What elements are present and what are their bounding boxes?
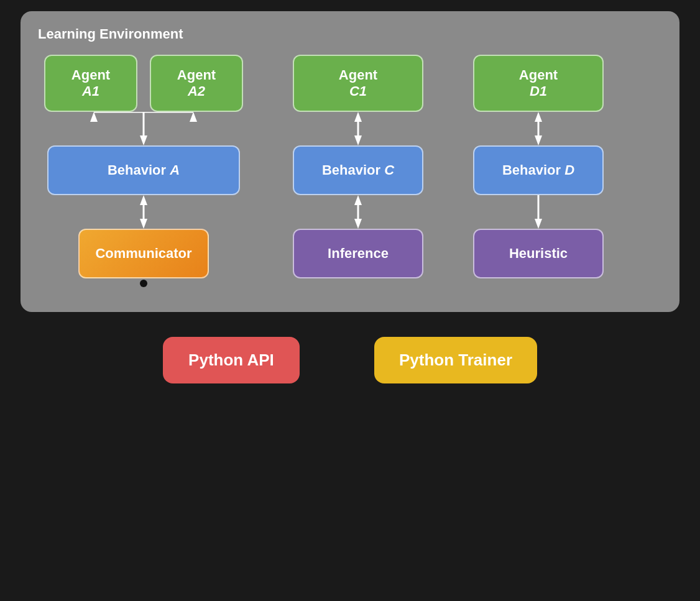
main-container: Learning Environment AgentA1 AgentA2 (21, 11, 679, 383)
svg-marker-7 (140, 219, 147, 229)
python-api-box: Python API (163, 337, 300, 383)
agent-a2: AgentA2 (150, 55, 243, 112)
agent-d1: AgentD1 (473, 55, 604, 112)
svg-marker-8 (354, 112, 362, 122)
connector-t-svg (47, 112, 240, 145)
behavior-a: Behavior A (47, 145, 240, 195)
double-arrow-c-inf (349, 195, 367, 229)
svg-marker-14 (535, 112, 542, 122)
double-arrow-d1 (529, 112, 548, 145)
svg-marker-5 (140, 195, 147, 205)
agents-row-a: AgentA1 AgentA2 (44, 55, 243, 112)
dot-connector (140, 280, 147, 287)
arrow-behavior-a-communicator (134, 195, 153, 229)
arrow-d1-behavior-d (529, 112, 548, 145)
double-arrow-c1 (349, 112, 367, 145)
learning-environment-box: Learning Environment AgentA1 AgentA2 (21, 11, 679, 312)
learning-env-title: Learning Environment (38, 26, 662, 42)
svg-marker-2 (190, 112, 197, 122)
svg-marker-11 (354, 195, 362, 205)
arrow-behavior-d-heuristic (529, 195, 548, 229)
python-trainer-box: Python Trainer (374, 337, 537, 383)
col-right: AgentD1 Behavior D (467, 55, 610, 287)
arrow-behavior-c-inference (349, 195, 367, 229)
connector-t-a (47, 112, 240, 145)
agent-a1: AgentA1 (44, 55, 137, 112)
svg-marker-18 (535, 219, 542, 229)
agent-c1: AgentC1 (293, 55, 423, 112)
behavior-d: Behavior D (473, 145, 604, 195)
diagram: AgentA1 AgentA2 (38, 55, 662, 287)
col-mid: AgentC1 Behavior C (287, 55, 430, 287)
arrow-c1-behavior-c (349, 112, 367, 145)
arrow-d-heur (529, 195, 548, 229)
svg-marker-10 (354, 135, 362, 145)
svg-marker-4 (140, 135, 147, 145)
svg-marker-13 (354, 219, 362, 229)
col-left: AgentA1 AgentA2 (38, 55, 249, 287)
svg-marker-16 (535, 135, 542, 145)
legend: Python API Python Trainer (21, 337, 679, 383)
col-gap-1 (249, 55, 287, 287)
heuristic-box: Heuristic (473, 229, 604, 278)
inference-box: Inference (293, 229, 423, 278)
svg-marker-1 (90, 112, 98, 122)
col-gap-2 (430, 55, 467, 287)
communicator-box: Communicator (78, 229, 209, 278)
double-arrow-a-comm (134, 195, 153, 229)
behavior-c: Behavior C (293, 145, 423, 195)
